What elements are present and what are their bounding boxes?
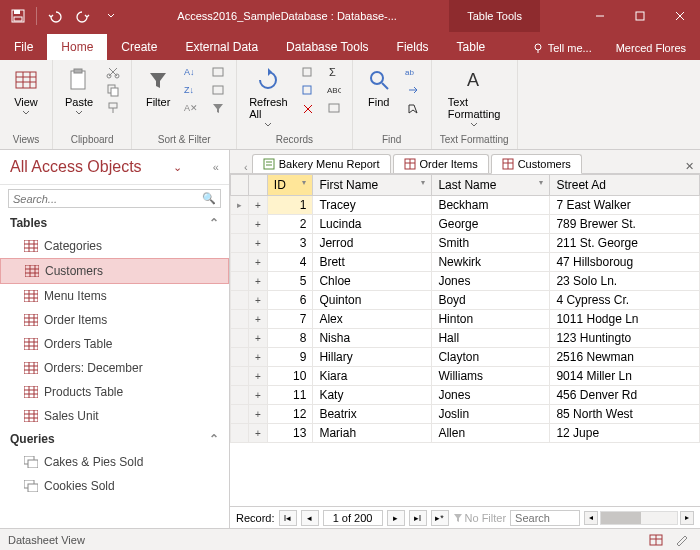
tab-external-data[interactable]: External Data [171,34,272,60]
cell-id[interactable]: 6 [267,291,313,310]
find-button[interactable]: Find [361,64,397,110]
nav-item-table[interactable]: Orders Table [0,332,229,356]
nav-collapse-icon[interactable]: « [213,161,219,173]
cell-street[interactable]: 12 Jupe [550,424,700,443]
table-row[interactable]: ▸+1TraceyBeckham7 East Walker [231,196,700,215]
cell-street[interactable]: 123 Huntingto [550,329,700,348]
cell-street[interactable]: 211 St. George [550,234,700,253]
expand-row-button[interactable]: + [249,291,268,310]
expand-row-button[interactable]: + [249,348,268,367]
table-row[interactable]: +11KatyJones456 Denver Rd [231,386,700,405]
tab-table[interactable]: Table [443,34,500,60]
cell-id[interactable]: 10 [267,367,313,386]
tab-create[interactable]: Create [107,34,171,60]
cell-street[interactable]: 2516 Newman [550,348,700,367]
nav-item-table[interactable]: Products Table [0,380,229,404]
design-view-button[interactable] [672,532,692,548]
nav-item-query[interactable]: Cakes & Pies Sold [0,450,229,474]
nav-item-table[interactable]: Orders: December [0,356,229,380]
filter-button[interactable]: Filter [140,64,176,110]
select-button[interactable] [403,100,423,116]
cell-first-name[interactable]: Brett [313,253,432,272]
cell-street[interactable]: 47 Hillsboroug [550,253,700,272]
table-row[interactable]: +13MariahAllen12 Jupe [231,424,700,443]
selection-filter-button[interactable] [208,64,228,80]
more-records-button[interactable] [324,100,344,116]
tab-fields[interactable]: Fields [383,34,443,60]
tab-home[interactable]: Home [47,34,107,60]
nav-item-table[interactable]: Sales Unit [0,404,229,428]
doc-tab-customers[interactable]: Customers [491,154,582,174]
cell-id[interactable]: 12 [267,405,313,424]
qat-dropdown-icon[interactable] [97,2,125,30]
tell-me-search[interactable]: Tell me... [522,36,602,60]
cell-id[interactable]: 2 [267,215,313,234]
cell-last-name[interactable]: Boyd [432,291,550,310]
nav-item-table[interactable]: Menu Items [0,284,229,308]
expand-row-button[interactable]: + [249,234,268,253]
row-selector[interactable] [231,405,249,424]
row-selector[interactable] [231,367,249,386]
scroll-left-button[interactable]: ◂ [584,511,598,525]
table-row[interactable]: +9HillaryClayton2516 Newman [231,348,700,367]
row-selector[interactable] [231,291,249,310]
row-selector[interactable] [231,424,249,443]
nav-section-queries[interactable]: Queries ⌃ [0,428,229,450]
cell-street[interactable]: 1011 Hodge Ln [550,310,700,329]
table-row[interactable]: +7AlexHinton1011 Hodge Ln [231,310,700,329]
cell-street[interactable]: 4 Cypress Cr. [550,291,700,310]
cell-id[interactable]: 1 [267,196,313,215]
row-selector[interactable]: ▸ [231,196,249,215]
expand-row-button[interactable]: + [249,215,268,234]
replace-button[interactable]: ab [403,64,423,80]
cell-last-name[interactable]: Hall [432,329,550,348]
sort-asc-button[interactable]: A↓ [182,64,202,80]
cell-street[interactable]: 7 East Walker [550,196,700,215]
nav-dropdown-icon[interactable]: ⌄ [173,161,182,174]
user-name[interactable]: Merced Flores [602,36,700,60]
paste-button[interactable]: Paste [61,64,97,117]
cell-street[interactable]: 9014 Miller Ln [550,367,700,386]
cell-first-name[interactable]: Alex [313,310,432,329]
row-selector[interactable] [231,253,249,272]
cell-id[interactable]: 8 [267,329,313,348]
cell-id[interactable]: 3 [267,234,313,253]
cell-first-name[interactable]: Kiara [313,367,432,386]
record-position-input[interactable] [323,510,383,526]
close-tab-icon[interactable]: ✕ [679,160,700,173]
scroll-track[interactable] [600,511,678,525]
row-selector[interactable] [231,348,249,367]
nav-search-input[interactable] [13,193,202,205]
cell-street[interactable]: 789 Brewer St. [550,215,700,234]
cell-last-name[interactable]: Hinton [432,310,550,329]
cell-id[interactable]: 5 [267,272,313,291]
cell-first-name[interactable]: Beatrix [313,405,432,424]
chevron-down-icon[interactable]: ▾ [421,178,425,187]
minimize-button[interactable] [580,0,620,32]
cell-street[interactable]: 23 Solo Ln. [550,272,700,291]
horizontal-scrollbar[interactable]: ◂ ▸ [584,511,694,525]
expand-row-button[interactable]: + [249,196,268,215]
cell-last-name[interactable]: George [432,215,550,234]
nav-search[interactable]: 🔍 [8,189,221,208]
col-header-first-name[interactable]: First Name▾ [313,175,432,196]
cell-id[interactable]: 4 [267,253,313,272]
col-header-last-name[interactable]: Last Name▾ [432,175,550,196]
cell-id[interactable]: 9 [267,348,313,367]
expand-row-button[interactable]: + [249,367,268,386]
scroll-right-button[interactable]: ▸ [680,511,694,525]
prev-record-button[interactable]: ◂ [301,510,319,526]
datasheet[interactable]: ID▾ First Name▾ Last Name▾ Street Ad ▸+1… [230,174,700,506]
cell-last-name[interactable]: Beckham [432,196,550,215]
tabs-scroll-left-icon[interactable]: ‹ [240,161,252,173]
table-row[interactable]: +3JerrodSmith211 St. George [231,234,700,253]
expand-row-button[interactable]: + [249,386,268,405]
row-selector[interactable] [231,215,249,234]
nav-section-tables[interactable]: Tables ⌃ [0,212,229,234]
save-record-button[interactable] [298,82,318,98]
row-selector[interactable] [231,272,249,291]
cell-first-name[interactable]: Quinton [313,291,432,310]
cell-first-name[interactable]: Mariah [313,424,432,443]
table-row[interactable]: +6QuintonBoyd4 Cypress Cr. [231,291,700,310]
cell-first-name[interactable]: Lucinda [313,215,432,234]
